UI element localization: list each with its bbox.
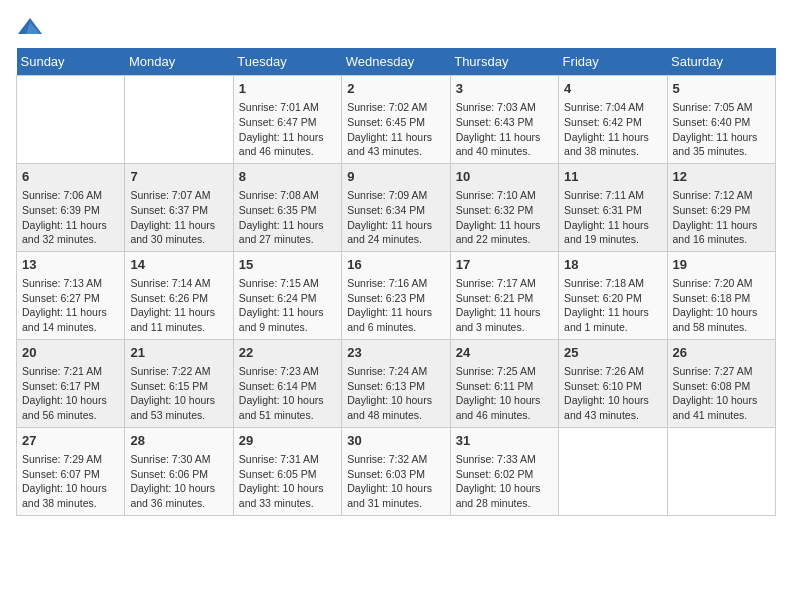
day-info: Sunset: 6:42 PM <box>564 115 661 130</box>
day-info: Sunset: 6:26 PM <box>130 291 227 306</box>
day-info: Daylight: 10 hours and 48 minutes. <box>347 393 444 422</box>
day-info: Sunrise: 7:33 AM <box>456 452 553 467</box>
calendar-cell: 18Sunrise: 7:18 AMSunset: 6:20 PMDayligh… <box>559 251 667 339</box>
day-info: Sunrise: 7:02 AM <box>347 100 444 115</box>
day-info: Daylight: 11 hours and 16 minutes. <box>673 218 770 247</box>
day-number: 30 <box>347 432 444 450</box>
day-info: Daylight: 10 hours and 36 minutes. <box>130 481 227 510</box>
day-number: 4 <box>564 80 661 98</box>
day-number: 20 <box>22 344 119 362</box>
day-info: Sunrise: 7:08 AM <box>239 188 336 203</box>
day-number: 1 <box>239 80 336 98</box>
day-info: Daylight: 11 hours and 40 minutes. <box>456 130 553 159</box>
day-info: Sunset: 6:06 PM <box>130 467 227 482</box>
calendar-cell <box>667 427 775 515</box>
day-number: 17 <box>456 256 553 274</box>
calendar-cell: 2Sunrise: 7:02 AMSunset: 6:45 PMDaylight… <box>342 76 450 164</box>
day-info: Sunset: 6:11 PM <box>456 379 553 394</box>
day-info: Sunrise: 7:03 AM <box>456 100 553 115</box>
day-number: 2 <box>347 80 444 98</box>
calendar-cell <box>559 427 667 515</box>
calendar-cell: 9Sunrise: 7:09 AMSunset: 6:34 PMDaylight… <box>342 163 450 251</box>
day-number: 25 <box>564 344 661 362</box>
calendar-cell: 11Sunrise: 7:11 AMSunset: 6:31 PMDayligh… <box>559 163 667 251</box>
day-number: 29 <box>239 432 336 450</box>
day-info: Daylight: 10 hours and 53 minutes. <box>130 393 227 422</box>
day-number: 10 <box>456 168 553 186</box>
page-header <box>16 16 776 38</box>
day-info: Sunset: 6:45 PM <box>347 115 444 130</box>
day-info: Sunrise: 7:01 AM <box>239 100 336 115</box>
calendar-cell: 12Sunrise: 7:12 AMSunset: 6:29 PMDayligh… <box>667 163 775 251</box>
day-info: Sunset: 6:07 PM <box>22 467 119 482</box>
day-info: Daylight: 10 hours and 38 minutes. <box>22 481 119 510</box>
day-info: Sunrise: 7:15 AM <box>239 276 336 291</box>
calendar-cell: 8Sunrise: 7:08 AMSunset: 6:35 PMDaylight… <box>233 163 341 251</box>
calendar-cell: 1Sunrise: 7:01 AMSunset: 6:47 PMDaylight… <box>233 76 341 164</box>
day-info: Daylight: 11 hours and 11 minutes. <box>130 305 227 334</box>
calendar-week-row: 20Sunrise: 7:21 AMSunset: 6:17 PMDayligh… <box>17 339 776 427</box>
day-number: 3 <box>456 80 553 98</box>
day-info: Daylight: 11 hours and 1 minute. <box>564 305 661 334</box>
day-info: Daylight: 10 hours and 56 minutes. <box>22 393 119 422</box>
calendar-cell: 19Sunrise: 7:20 AMSunset: 6:18 PMDayligh… <box>667 251 775 339</box>
weekday-header-saturday: Saturday <box>667 48 775 76</box>
day-info: Daylight: 11 hours and 14 minutes. <box>22 305 119 334</box>
day-info: Sunrise: 7:05 AM <box>673 100 770 115</box>
calendar-cell: 7Sunrise: 7:07 AMSunset: 6:37 PMDaylight… <box>125 163 233 251</box>
day-info: Sunrise: 7:04 AM <box>564 100 661 115</box>
day-number: 24 <box>456 344 553 362</box>
calendar-week-row: 1Sunrise: 7:01 AMSunset: 6:47 PMDaylight… <box>17 76 776 164</box>
calendar-week-row: 13Sunrise: 7:13 AMSunset: 6:27 PMDayligh… <box>17 251 776 339</box>
day-info: Daylight: 11 hours and 27 minutes. <box>239 218 336 247</box>
day-info: Daylight: 11 hours and 9 minutes. <box>239 305 336 334</box>
calendar-cell: 17Sunrise: 7:17 AMSunset: 6:21 PMDayligh… <box>450 251 558 339</box>
day-info: Sunset: 6:17 PM <box>22 379 119 394</box>
day-info: Sunset: 6:23 PM <box>347 291 444 306</box>
day-number: 15 <box>239 256 336 274</box>
day-number: 5 <box>673 80 770 98</box>
day-info: Sunset: 6:39 PM <box>22 203 119 218</box>
calendar-cell: 6Sunrise: 7:06 AMSunset: 6:39 PMDaylight… <box>17 163 125 251</box>
day-info: Sunset: 6:24 PM <box>239 291 336 306</box>
day-info: Sunrise: 7:31 AM <box>239 452 336 467</box>
day-info: Sunrise: 7:22 AM <box>130 364 227 379</box>
calendar-cell <box>17 76 125 164</box>
day-info: Sunset: 6:27 PM <box>22 291 119 306</box>
day-info: Daylight: 11 hours and 43 minutes. <box>347 130 444 159</box>
day-info: Daylight: 11 hours and 30 minutes. <box>130 218 227 247</box>
day-info: Daylight: 11 hours and 19 minutes. <box>564 218 661 247</box>
logo-icon <box>16 16 44 38</box>
day-info: Sunset: 6:43 PM <box>456 115 553 130</box>
day-info: Sunset: 6:32 PM <box>456 203 553 218</box>
calendar-cell: 22Sunrise: 7:23 AMSunset: 6:14 PMDayligh… <box>233 339 341 427</box>
day-info: Daylight: 11 hours and 3 minutes. <box>456 305 553 334</box>
calendar-cell: 24Sunrise: 7:25 AMSunset: 6:11 PMDayligh… <box>450 339 558 427</box>
day-info: Sunrise: 7:07 AM <box>130 188 227 203</box>
day-number: 19 <box>673 256 770 274</box>
day-number: 7 <box>130 168 227 186</box>
calendar-cell: 13Sunrise: 7:13 AMSunset: 6:27 PMDayligh… <box>17 251 125 339</box>
day-info: Sunrise: 7:10 AM <box>456 188 553 203</box>
day-info: Sunrise: 7:27 AM <box>673 364 770 379</box>
calendar-cell: 28Sunrise: 7:30 AMSunset: 6:06 PMDayligh… <box>125 427 233 515</box>
day-info: Sunset: 6:29 PM <box>673 203 770 218</box>
day-info: Sunrise: 7:09 AM <box>347 188 444 203</box>
day-number: 31 <box>456 432 553 450</box>
day-number: 12 <box>673 168 770 186</box>
day-info: Sunset: 6:37 PM <box>130 203 227 218</box>
day-info: Sunrise: 7:12 AM <box>673 188 770 203</box>
calendar-cell: 25Sunrise: 7:26 AMSunset: 6:10 PMDayligh… <box>559 339 667 427</box>
day-info: Sunrise: 7:23 AM <box>239 364 336 379</box>
calendar-cell: 29Sunrise: 7:31 AMSunset: 6:05 PMDayligh… <box>233 427 341 515</box>
weekday-header-monday: Monday <box>125 48 233 76</box>
day-number: 28 <box>130 432 227 450</box>
day-info: Daylight: 10 hours and 31 minutes. <box>347 481 444 510</box>
day-number: 8 <box>239 168 336 186</box>
day-number: 9 <box>347 168 444 186</box>
day-info: Daylight: 11 hours and 22 minutes. <box>456 218 553 247</box>
day-info: Daylight: 11 hours and 38 minutes. <box>564 130 661 159</box>
day-info: Daylight: 11 hours and 35 minutes. <box>673 130 770 159</box>
calendar-cell: 21Sunrise: 7:22 AMSunset: 6:15 PMDayligh… <box>125 339 233 427</box>
day-info: Sunrise: 7:13 AM <box>22 276 119 291</box>
